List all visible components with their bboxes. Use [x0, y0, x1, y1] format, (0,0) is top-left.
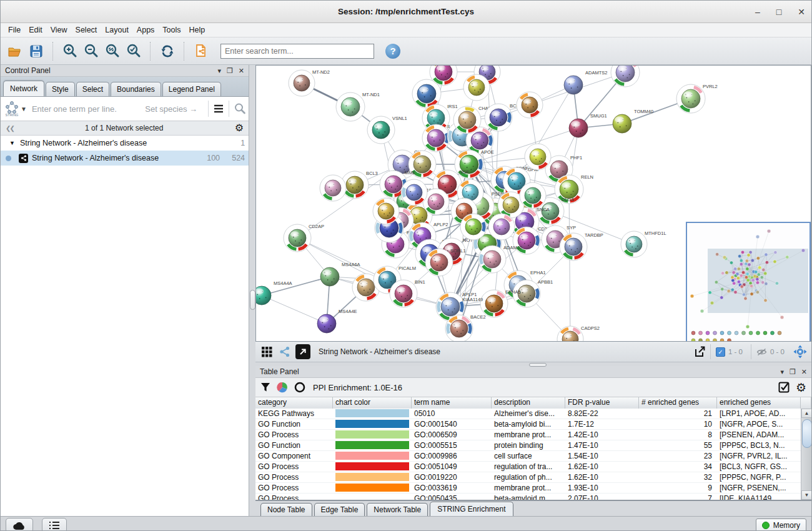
network-edge[interactable]	[262, 277, 330, 295]
column-header[interactable]: chart color	[333, 397, 412, 409]
network-node[interactable]: EPHA5	[480, 289, 521, 317]
network-node[interactable]: BIN1	[390, 279, 425, 307]
network-node[interactable]	[463, 74, 490, 101]
network-edge[interactable]	[297, 238, 387, 280]
panel-float-icon[interactable]: ❒	[227, 67, 233, 75]
menu-apps[interactable]: Apps	[136, 24, 161, 36]
menu-select[interactable]: Select	[74, 24, 103, 36]
birdseye-toggle-button[interactable]	[277, 344, 292, 359]
zoom-selected-button[interactable]	[124, 42, 143, 61]
help-button[interactable]: ?	[385, 44, 400, 59]
tree-expand-icon[interactable]: ▼	[9, 140, 15, 146]
network-collection-row[interactable]: ▼ String Network - Alzheimer's disease 1	[1, 136, 249, 151]
menu-tools[interactable]: Tools	[161, 24, 186, 36]
column-header[interactable]: FDR p-value	[565, 397, 639, 409]
scroll-down-icon[interactable]: ▼	[801, 490, 811, 500]
network-node[interactable]: TARDBP	[560, 232, 603, 261]
network-node[interactable]	[520, 182, 546, 209]
table-row[interactable]: GO ProcessGO:0050435beta-amyloid m...2.0…	[255, 494, 801, 500]
collapse-all-icon[interactable]: ❮❮	[6, 125, 14, 132]
menu-edit[interactable]: Edit	[27, 24, 48, 36]
network-node[interactable]: RELN	[555, 174, 593, 204]
network-node[interactable]: PVRL2	[676, 84, 718, 113]
table-row[interactable]: GO FunctionGO:0001540beta-amyloid bi...1…	[255, 419, 801, 430]
tab-select[interactable]: Select	[76, 82, 109, 96]
network-node[interactable]	[373, 198, 399, 224]
tab-string-enrichment[interactable]: STRING Enrichment	[430, 502, 513, 516]
network-node[interactable]: ADAMTS2	[564, 70, 607, 94]
table-row[interactable]: KEGG Pathways05010Alzheimer's dise...8.8…	[255, 409, 801, 419]
network-node[interactable]: MTHFD1L	[621, 231, 666, 257]
table-row[interactable]: GO ComponentGO:0009986cell surface1.54E-…	[255, 451, 801, 462]
filter-icon[interactable]	[260, 382, 270, 392]
gear-icon[interactable]: ⚙	[235, 123, 244, 133]
open-session-button[interactable]	[6, 42, 24, 61]
network-canvas[interactable]: MT-ND2MT-ND1VSNL1GAB2ADAMTS2PVRL2TOMM40S…	[255, 65, 811, 342]
memory-button[interactable]: Memory	[756, 519, 806, 531]
export-network-button[interactable]	[692, 344, 707, 359]
column-header[interactable]: term name	[412, 397, 492, 409]
table-row[interactable]: GO ProcessGO:0033619membrane prot...1.93…	[255, 483, 801, 494]
column-header[interactable]: category	[255, 397, 333, 409]
splitter-grip[interactable]	[250, 290, 255, 310]
search-input[interactable]	[220, 44, 374, 59]
menu-file[interactable]: File	[7, 24, 26, 36]
set-species-hint[interactable]: Set species →	[145, 104, 197, 114]
tab-edge-table[interactable]: Edge Table	[314, 503, 365, 516]
tab-network-table[interactable]: Network Table	[367, 503, 428, 516]
network-node[interactable]	[525, 144, 551, 170]
minimize-button[interactable]: –	[755, 7, 760, 16]
zoom-fit-button[interactable]	[103, 42, 122, 61]
panel-splitter[interactable]	[249, 65, 255, 516]
network-edge[interactable]	[262, 295, 327, 324]
search-icon[interactable]	[234, 102, 246, 115]
network-row[interactable]: String Network - Alzheimer's disease 100…	[1, 151, 249, 166]
table-row[interactable]: GO ProcessGO:0006509membrane prot...1.42…	[255, 430, 801, 440]
network-node[interactable]: MT-ND2	[289, 69, 330, 96]
menu-view[interactable]: View	[49, 24, 73, 36]
detach-view-button[interactable]	[295, 344, 310, 359]
zoom-in-button[interactable]	[61, 42, 79, 61]
panel-menu-icon[interactable]: ▾	[217, 67, 221, 75]
splitter-grip[interactable]	[529, 363, 547, 367]
chart-pie-icon[interactable]	[277, 382, 288, 393]
network-node[interactable]: VSNL1	[367, 116, 407, 144]
save-session-button[interactable]	[27, 42, 46, 61]
import-network-button[interactable]	[192, 42, 210, 61]
close-button[interactable]: ✕	[798, 7, 805, 16]
table-row[interactable]: GO ProcessGO:0019220regulation of ph...1…	[255, 472, 801, 483]
panel-menu-icon[interactable]: ▾	[780, 368, 784, 376]
maximize-button[interactable]: □	[776, 7, 781, 16]
tab-node-table[interactable]: Node Table	[260, 503, 312, 516]
options-menu-icon[interactable]	[213, 104, 224, 114]
network-node[interactable]: ADAM10	[478, 245, 522, 273]
network-node[interactable]	[320, 175, 346, 201]
navigate-button[interactable]	[793, 344, 808, 359]
network-node[interactable]: MS4A4E	[317, 309, 357, 333]
menu-layout[interactable]: Layout	[104, 24, 134, 36]
network-node[interactable]	[401, 179, 427, 206]
table-row[interactable]: GO ProcessGO:0051049regulation of tra...…	[255, 462, 801, 472]
select-rows-icon[interactable]	[778, 382, 790, 393]
string-source-selector[interactable]: STRING ▼	[4, 101, 27, 117]
table-scrollbar[interactable]: ▲ ▼	[801, 409, 811, 500]
column-header[interactable]: description	[492, 397, 565, 409]
task-history-button[interactable]	[42, 518, 67, 531]
network-node[interactable]: MT-ND1	[336, 92, 380, 121]
tab-network[interactable]: Network	[3, 81, 44, 96]
table-row[interactable]: GO FunctionGO:0005515protein binding1.47…	[255, 440, 801, 451]
zoom-out-button[interactable]	[82, 42, 101, 61]
network-node[interactable]	[488, 214, 515, 240]
scrollbar-thumb[interactable]	[802, 419, 811, 448]
refresh-button[interactable]	[158, 42, 177, 61]
scroll-up-icon[interactable]: ▲	[801, 409, 811, 418]
grid-view-button[interactable]	[259, 344, 274, 359]
gear-icon[interactable]: ⚙	[796, 382, 806, 394]
tab-boundaries[interactable]: Boundaries	[111, 82, 161, 96]
network-node[interactable]	[460, 214, 487, 240]
tab-legend-panel[interactable]: Legend Panel	[162, 82, 221, 96]
network-node[interactable]: BACE2	[445, 314, 486, 342]
network-node[interactable]: CADPS2	[557, 325, 600, 342]
network-node[interactable]: MS4A4A	[256, 280, 292, 305]
panel-close-icon[interactable]: ✕	[239, 67, 244, 75]
